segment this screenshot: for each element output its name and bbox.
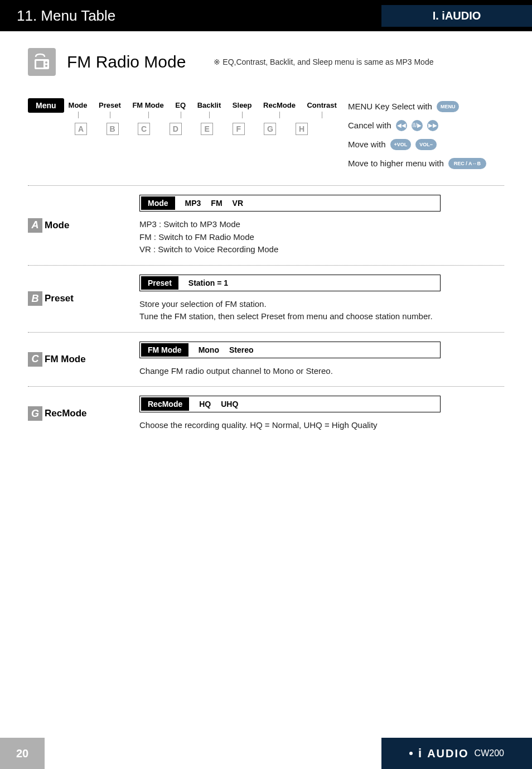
footer: 20 i AUDIO CW200 (0, 738, 532, 769)
brand-dot-icon (409, 752, 413, 755)
section-label-text: Preset (45, 293, 100, 304)
section-right: FM ModeMonoStereoChange FM radio output … (139, 342, 504, 378)
option-bar-label: Preset (141, 276, 178, 290)
section-row: CFM ModeFM ModeMonoStereoChange FM radio… (28, 342, 504, 378)
chapter-title: 11. Menu Table (17, 7, 381, 25)
rewind-button-icon: ◀◀ (396, 120, 407, 131)
option-value: UHQ (221, 400, 238, 408)
option-value: Mono (199, 345, 219, 354)
option-bar: FM ModeMonoStereo (139, 342, 441, 358)
option-bar-label: FM Mode (141, 343, 188, 357)
play-pause-button-icon: II/▶ (412, 120, 423, 131)
menu-item: RecMode (263, 101, 296, 109)
separator (28, 332, 504, 333)
section-row: GRecModeRecModeHQUHQChoose the recording… (28, 396, 504, 432)
menu-item: EQ (175, 101, 186, 109)
letters-container: ABCDEFGH (68, 123, 308, 135)
option-bar: ModeMP3FMVR (139, 195, 441, 212)
option-value: MP3 (185, 199, 201, 208)
menu-button-icon: MENU (437, 101, 460, 112)
section-right: RecModeHQUHQChoose the recording quality… (139, 396, 504, 432)
section-left: CFM Mode (28, 342, 123, 378)
menu-bar-left: Menu ModePresetFM ModeEQBacklitSleepRecM… (28, 98, 337, 135)
section-right: ModeMP3FMVRMP3 : Switch to MP3 ModeFM : … (139, 195, 504, 256)
option-bar-label: Mode (141, 196, 175, 210)
legend: MENU Key Select with MENU Cancel with ◀◀… (348, 98, 504, 174)
menu-bar-container: Menu ModePresetFM ModeEQBacklitSleepRecM… (28, 98, 337, 113)
option-value: Stereo (229, 345, 254, 354)
menu-items: ModePresetFM ModeEQBacklitSleepRecModeCo… (64, 98, 337, 109)
letters-row: ABCDEFGH (28, 123, 337, 135)
section-letter: B (28, 291, 42, 306)
section-label: I. iAUDIO (381, 5, 532, 27)
option-bar-label: RecMode (141, 397, 189, 411)
section-letter: C (28, 352, 42, 367)
letter-box: H (296, 123, 308, 135)
section-description: Change FM radio output channel to Mono o… (139, 365, 504, 378)
separator (28, 265, 504, 266)
option-value: HQ (199, 400, 211, 408)
menu-item: Preset (99, 101, 121, 109)
section-row: BPresetPresetStation = 1Store your selec… (28, 275, 504, 323)
brand-i-icon: i (418, 746, 422, 761)
letter-box: C (138, 123, 150, 135)
section-label-text: RecMode (45, 408, 100, 419)
section-right: PresetStation = 1Store your selection of… (139, 275, 504, 323)
option-value: FM (211, 199, 222, 208)
vol-down-button-icon: VOL− (415, 139, 437, 150)
legend-cancel-text: Cancel with (348, 117, 391, 134)
section-label-text: Mode (45, 220, 100, 231)
letter-box: D (170, 123, 182, 135)
section-left: GRecMode (28, 396, 123, 432)
svg-rect-1 (36, 61, 43, 68)
legend-higher-text: Move to higher menu with (348, 155, 444, 172)
option-value: Station = 1 (188, 278, 228, 287)
menu-bar-row: Menu ModePresetFM ModeEQBacklitSleepRecM… (28, 98, 504, 174)
vol-up-button-icon: +VOL (390, 139, 412, 150)
legend-cancel: Cancel with ◀◀ II/▶ ▶▶ (348, 117, 504, 134)
section-description: Choose the recording quality. HQ = Norma… (139, 419, 504, 432)
letter-box: A (75, 123, 87, 135)
letter-box: G (264, 123, 276, 135)
forward-button-icon: ▶▶ (427, 120, 438, 131)
header-bar: 11. Menu Table I. iAUDIO (0, 0, 532, 31)
legend-move-text: Move with (348, 136, 386, 153)
page-heading: FM Radio Mode (67, 52, 186, 71)
svg-point-3 (45, 65, 47, 67)
separator (28, 185, 504, 186)
menu-item: Contrast (307, 101, 336, 109)
legend-move: Move with +VOL VOL− (348, 136, 504, 153)
option-bar: RecModeHQUHQ (139, 396, 441, 412)
brand-logo: AUDIO (427, 747, 468, 760)
section-description: MP3 : Switch to MP3 ModeFM : Switch to F… (139, 218, 504, 256)
page-title-row: FM Radio Mode ※ EQ,Contrast, Backlit, an… (28, 48, 504, 76)
option-bar: PresetStation = 1 (139, 275, 441, 291)
page-note: ※ EQ,Contrast, Backlit, and Sleep menu i… (214, 57, 433, 66)
option-value: VR (233, 199, 243, 208)
section-left: BPreset (28, 275, 123, 323)
letter-box: F (233, 123, 245, 135)
menu-pill: Menu (28, 98, 64, 113)
separator (28, 386, 504, 387)
brand-model: CW200 (475, 748, 504, 758)
legend-select-text: MENU Key Select with (348, 98, 432, 115)
radio-icon-svg (32, 52, 51, 71)
letter-box: B (107, 123, 119, 135)
radio-icon (28, 48, 56, 76)
section-left: AMode (28, 195, 123, 256)
menu-item: Mode (69, 101, 88, 109)
section-letter: G (28, 406, 42, 421)
section-description: Store your selection of FM station.Tune … (139, 298, 504, 323)
menu-item: Sleep (233, 101, 252, 109)
content-area: FM Radio Mode ※ EQ,Contrast, Backlit, an… (0, 31, 532, 454)
legend-higher: Move to higher menu with REC / A↔B (348, 155, 504, 172)
section-letter: A (28, 218, 42, 233)
letter-box: E (201, 123, 213, 135)
section-row: AModeModeMP3FMVRMP3 : Switch to MP3 Mode… (28, 195, 504, 256)
menu-item: FM Mode (132, 101, 163, 109)
svg-point-2 (45, 61, 47, 64)
footer-brand: i AUDIO CW200 (381, 738, 532, 769)
legend-select: MENU Key Select with MENU (348, 98, 504, 115)
sections-container: AModeModeMP3FMVRMP3 : Switch to MP3 Mode… (28, 195, 504, 432)
page-number: 20 (0, 738, 45, 769)
